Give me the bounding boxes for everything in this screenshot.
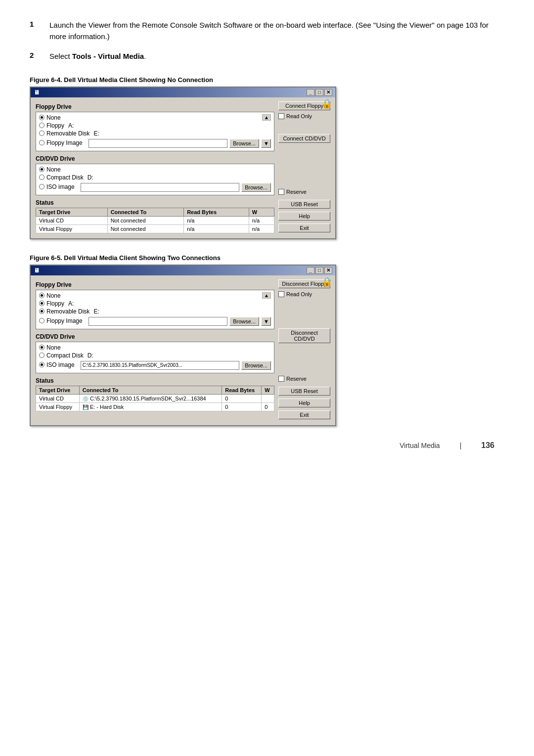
cd-iso-label: ISO image xyxy=(46,183,75,190)
status-label-2: Status xyxy=(36,377,274,384)
f5-floppy-floppy-radio[interactable] xyxy=(39,301,44,306)
help-btn-2[interactable]: Help xyxy=(278,399,330,407)
close-button[interactable]: ✕ xyxy=(324,89,332,96)
figure5-titlebar: 🖥 _ □ ✕ xyxy=(31,266,335,275)
cd-iso-radio[interactable] xyxy=(39,184,44,189)
td-w-2: n/a xyxy=(249,224,274,233)
cd-iso-row: ISO image Browse... xyxy=(39,182,271,192)
f5-floppy-image-radio[interactable] xyxy=(39,318,44,323)
f5-floppy-floppy-row: Floppy A: xyxy=(39,300,271,307)
figure4-body: Floppy Drive None ▲ Floppy A: Removable … xyxy=(31,97,335,238)
reserve-checkbox-row-2: Reserve xyxy=(278,376,330,382)
exit-btn[interactable]: Exit xyxy=(278,223,330,232)
f5-floppy-removable-row: Removable Disk E: xyxy=(39,308,271,315)
floppy-floppy-label: Floppy xyxy=(46,122,64,129)
f5-floppy-path-input[interactable] xyxy=(89,317,227,326)
f5-cd-iso-radio[interactable] xyxy=(39,362,44,367)
cd-radio-group-2: None Compact Disk D: ISO image Browse... xyxy=(36,342,274,373)
figure4-title-icon: 🖥 xyxy=(34,89,40,96)
status-label: Status xyxy=(36,199,274,206)
footer-separator: | xyxy=(460,442,462,449)
col-w-2: W xyxy=(262,386,274,394)
f5-cd-compact-drive: D: xyxy=(88,352,93,359)
help-btn[interactable]: Help xyxy=(278,212,330,221)
reserve-checkbox-2[interactable] xyxy=(278,376,284,382)
f5-floppy-none-radio[interactable] xyxy=(39,293,44,298)
f5-cd-none-radio[interactable] xyxy=(39,345,44,350)
floppy-none-radio[interactable] xyxy=(39,115,44,120)
minimize-button[interactable]: _ xyxy=(307,89,314,96)
restore-button[interactable]: □ xyxy=(315,89,323,96)
f5-floppy-dropdown-btn[interactable]: ▼ xyxy=(261,317,271,326)
floppy-drive-label-2: Floppy Drive xyxy=(36,281,274,288)
figure5-left: Floppy Drive None ▲ Floppy A: Removable … xyxy=(36,279,274,420)
cd-drive-label: CD/DVD Drive xyxy=(36,155,274,162)
cd-path-input[interactable] xyxy=(81,183,239,192)
cd-icon: 💿 xyxy=(83,396,89,401)
f5-td-drive-2: Virtual Floppy xyxy=(36,402,80,411)
figure4-dialog: 🖥 _ □ ✕ 🔒 Floppy Drive None ▲ Floppy xyxy=(30,87,336,239)
floppy-image-row: Floppy Image Browse... ▼ xyxy=(39,138,271,148)
f5-floppy-floppy-drive: A: xyxy=(68,300,74,307)
floppy-floppy-radio[interactable] xyxy=(39,123,44,128)
f5-td-connected-1: 💿 C:\5.2.3790.1830.15.PlatformSDK_Svr2..… xyxy=(79,394,222,402)
floppy-browse-btn[interactable]: Browse... xyxy=(229,139,259,148)
status-table-2: Target Drive Connected To Read Bytes W V… xyxy=(36,386,274,411)
minimize-button-2[interactable]: _ xyxy=(307,267,314,274)
exit-btn-2[interactable]: Exit xyxy=(278,410,330,419)
floppy-radio-group: None ▲ Floppy A: Removable Disk E: Flopp… xyxy=(36,112,274,151)
f5-td-w-2: 0 xyxy=(262,402,274,411)
read-only-checkbox[interactable] xyxy=(278,113,284,119)
usb-reset-btn-2[interactable]: USB Reset xyxy=(278,387,330,396)
f5-floppy-removable-radio[interactable] xyxy=(39,309,44,314)
cd-compact-radio[interactable] xyxy=(39,175,44,180)
restore-button-2[interactable]: □ xyxy=(315,267,323,274)
floppy-image-radio[interactable] xyxy=(39,140,44,145)
floppy-none-row: None ▲ xyxy=(39,114,271,121)
floppy-radio-group-2: None ▲ Floppy A: Removable Disk E: Flopp… xyxy=(36,290,274,329)
f5-floppy-browse-btn[interactable]: Browse... xyxy=(229,317,259,326)
floppy-removable-drive: E: xyxy=(93,130,99,137)
usb-reset-btn[interactable]: USB Reset xyxy=(278,200,330,209)
f5-cd-iso-row: ISO image Browse... xyxy=(39,360,271,370)
td-w-1: n/a xyxy=(249,216,274,224)
cd-compact-row: Compact Disk D: xyxy=(39,174,271,181)
figure5-body: Floppy Drive None ▲ Floppy A: Removable … xyxy=(31,275,335,425)
f5-floppy-removable-label: Removable Disk xyxy=(46,308,89,315)
floppy-floppy-row: Floppy A: xyxy=(39,122,271,129)
floppy-path-input[interactable] xyxy=(89,139,227,148)
connect-cd-btn[interactable]: Connect CD/DVD xyxy=(278,134,330,143)
step-1-text: Launch the Viewer from the Remote Consol… xyxy=(49,20,504,42)
f5-td-read-1: 0 xyxy=(222,394,262,402)
col-target-drive: Target Drive xyxy=(36,208,108,216)
figure4-left: Floppy Drive None ▲ Floppy A: Removable … xyxy=(36,101,274,233)
disconnect-cd-btn[interactable]: Disconnect CD/DVD xyxy=(278,328,330,343)
f5-floppy-scroll-up[interactable]: ▲ xyxy=(262,292,271,299)
floppy-dropdown-btn[interactable]: ▼ xyxy=(261,139,271,148)
floppy-scroll-up[interactable]: ▲ xyxy=(262,114,271,121)
reserve-label-2: Reserve xyxy=(286,376,307,382)
f5-td-drive-1: Virtual CD xyxy=(36,394,80,402)
cd-none-radio[interactable] xyxy=(39,167,44,172)
read-only-label: Read Only xyxy=(286,113,312,119)
col-read-bytes: Read Bytes xyxy=(184,208,249,216)
f5-cd-path-input[interactable] xyxy=(81,361,239,370)
footer-page: 136 xyxy=(481,441,494,450)
f5-floppy-removable-drive: E: xyxy=(93,308,99,315)
read-only-checkbox-2[interactable] xyxy=(278,291,284,297)
f5-cd-browse-btn[interactable]: Browse... xyxy=(241,361,271,370)
figure4-titlebar: 🖥 _ □ ✕ xyxy=(31,88,335,97)
cd-browse-btn[interactable]: Browse... xyxy=(241,183,271,192)
col-read-bytes-2: Read Bytes xyxy=(222,386,262,394)
floppy-none-label: None xyxy=(46,114,61,121)
reserve-checkbox[interactable] xyxy=(278,189,284,195)
floppy-removable-radio[interactable] xyxy=(39,131,44,136)
f5-floppy-none-row: None ▲ xyxy=(39,292,271,299)
f5-floppy-floppy-label: Floppy xyxy=(46,300,64,307)
close-button-2[interactable]: ✕ xyxy=(324,267,332,274)
reserve-label: Reserve xyxy=(286,189,307,195)
f5-td-read-2: 0 xyxy=(222,402,262,411)
f5-cd-compact-radio[interactable] xyxy=(39,353,44,358)
reserve-checkbox-row: Reserve xyxy=(278,189,330,195)
read-only-row: Read Only xyxy=(278,113,330,119)
